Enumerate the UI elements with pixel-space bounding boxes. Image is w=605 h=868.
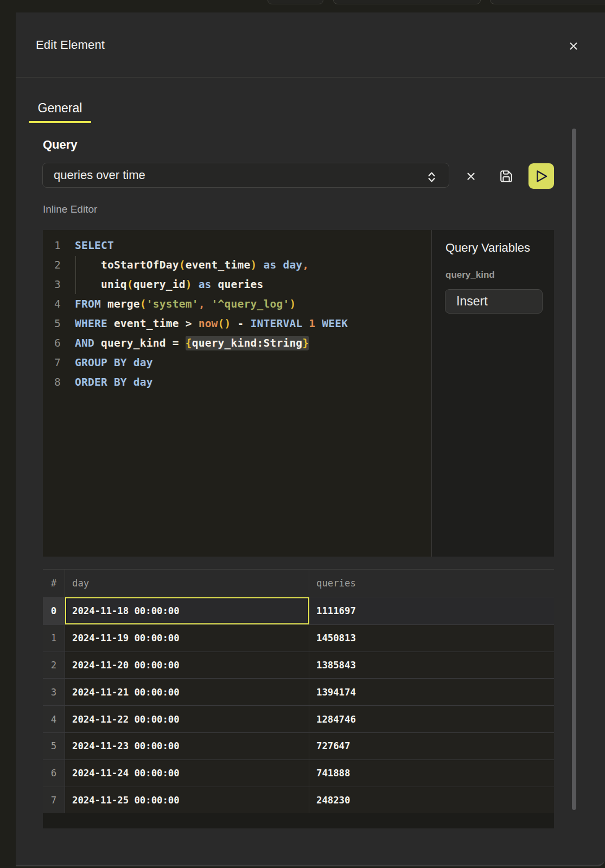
queries-cell[interactable]: 741888 [309, 760, 554, 787]
code-token [101, 298, 107, 310]
table-row[interactable]: 12024-11-19 00:00:001450813 [43, 624, 554, 652]
day-cell[interactable]: 2024-11-21 00:00:00 [65, 679, 309, 705]
code-token: AND [75, 337, 94, 349]
table-footer-space [43, 813, 554, 828]
code-line: 4FROM merge('system', '^query_log') [43, 295, 431, 314]
code-token: query_kind:String [192, 337, 303, 349]
header-index: # [43, 570, 65, 597]
table-row[interactable]: 22024-11-20 00:00:001385843 [43, 652, 554, 679]
header-day[interactable]: day [65, 570, 309, 597]
queries-cell[interactable]: 1111697 [309, 597, 554, 624]
code-token [107, 317, 114, 330]
day-cell[interactable]: 2024-11-18 00:00:00 [65, 597, 309, 624]
sql-code-editor[interactable]: 1SELECT2 toStartOfDay(event_time) as day… [43, 230, 431, 557]
code-token [75, 259, 101, 271]
code-token: day [133, 356, 153, 369]
code-line: 6AND query_kind = {query_kind:String} [43, 334, 431, 353]
code-line: 2 toStartOfDay(event_time) as day, [43, 256, 431, 275]
tab-active-underline [29, 121, 91, 123]
run-query-button[interactable] [528, 163, 555, 189]
code-token [205, 298, 212, 310]
queries-cell[interactable]: 1450813 [309, 625, 554, 652]
line-number: 6 [43, 334, 75, 353]
close-icon [570, 42, 577, 50]
code-token [107, 356, 114, 369]
line-number: 7 [43, 353, 75, 373]
code-token [276, 259, 283, 271]
query-section-label: Query [43, 138, 78, 152]
table-row[interactable]: 62024-11-24 00:00:00741888 [43, 760, 554, 787]
code-text: uniq(query_id) as queries [75, 275, 263, 295]
code-token: BY [114, 376, 127, 388]
code-token: GROUP [75, 356, 107, 369]
code-token: ( [179, 259, 186, 271]
row-index-cell: 5 [43, 733, 65, 760]
code-token [127, 356, 133, 369]
table-row[interactable]: 52024-11-23 00:00:00727647 [43, 732, 554, 760]
line-number: 1 [43, 236, 75, 256]
code-token: { [186, 337, 192, 349]
code-token [107, 376, 114, 388]
table-row[interactable]: 32024-11-21 00:00:001394174 [43, 678, 554, 705]
day-cell[interactable]: 2024-11-19 00:00:00 [65, 625, 309, 652]
chrome-button-3[interactable] [490, 0, 605, 4]
day-cell[interactable]: 2024-11-23 00:00:00 [65, 733, 309, 760]
day-cell[interactable]: 2024-11-24 00:00:00 [65, 760, 309, 787]
table-row[interactable]: 42024-11-22 00:00:001284746 [43, 705, 554, 732]
code-token: SELECT [75, 239, 114, 252]
chrome-button-2[interactable] [333, 0, 481, 4]
play-icon [528, 163, 554, 189]
save-query-button[interactable] [496, 167, 516, 186]
query-select-value: queries over time [54, 168, 145, 182]
header-queries[interactable]: queries [309, 570, 554, 597]
row-index-cell: 4 [43, 706, 65, 732]
line-number: 2 [43, 256, 75, 275]
queries-cell[interactable]: 248230 [309, 787, 554, 814]
insert-variable-button[interactable]: Insert [445, 289, 543, 314]
code-token: ) [186, 278, 192, 291]
day-cell[interactable]: 2024-11-22 00:00:00 [65, 706, 309, 732]
code-token [179, 337, 186, 349]
code-token [257, 259, 263, 271]
x-clear-icon [467, 172, 475, 181]
code-token: ) [289, 298, 296, 310]
unfold-chevrons-icon [428, 171, 435, 183]
code-token [244, 317, 251, 330]
queries-cell[interactable]: 1284746 [309, 706, 554, 732]
results-table-header: # day queries [43, 570, 554, 597]
code-text: ORDER BY day [75, 373, 153, 392]
code-token [315, 317, 322, 330]
close-button[interactable] [566, 39, 581, 54]
queries-cell[interactable]: 1394174 [309, 679, 554, 705]
row-index-cell: 6 [43, 760, 65, 787]
code-token: query_id [133, 278, 186, 291]
queries-cell[interactable]: 727647 [309, 733, 554, 760]
day-cell[interactable]: 2024-11-25 00:00:00 [65, 787, 309, 814]
code-token: query_kind [101, 337, 166, 349]
code-token [192, 278, 199, 291]
code-token: day [133, 376, 153, 388]
code-token: queries [218, 278, 264, 291]
queries-cell[interactable]: 1385843 [309, 652, 554, 679]
inline-editor-label: Inline Editor [43, 203, 97, 215]
code-token: now [199, 317, 218, 330]
table-row[interactable]: 02024-11-18 00:00:001111697 [43, 597, 554, 624]
modal-scrollbar[interactable] [572, 129, 576, 810]
code-token [302, 317, 309, 330]
code-text: WHERE event_time > now() - INTERVAL 1 WE… [75, 314, 348, 334]
clear-query-button[interactable] [461, 167, 481, 186]
code-token: ( [127, 278, 133, 291]
code-token: = [173, 337, 179, 349]
code-line: 7GROUP BY day [43, 353, 431, 373]
query-select[interactable]: queries over time [42, 163, 449, 188]
code-token: WEEK [322, 317, 348, 330]
table-row[interactable]: 72024-11-25 00:00:00248230 [43, 787, 554, 814]
code-token: ORDER [75, 376, 107, 388]
day-cell[interactable]: 2024-11-20 00:00:00 [65, 652, 309, 679]
variable-name-label: query_kind [445, 270, 495, 280]
tab-general[interactable]: General [29, 90, 91, 121]
code-token: FROM [75, 298, 101, 310]
code-token [127, 376, 133, 388]
code-token: merge [107, 298, 140, 310]
chrome-button-1[interactable] [268, 0, 323, 4]
